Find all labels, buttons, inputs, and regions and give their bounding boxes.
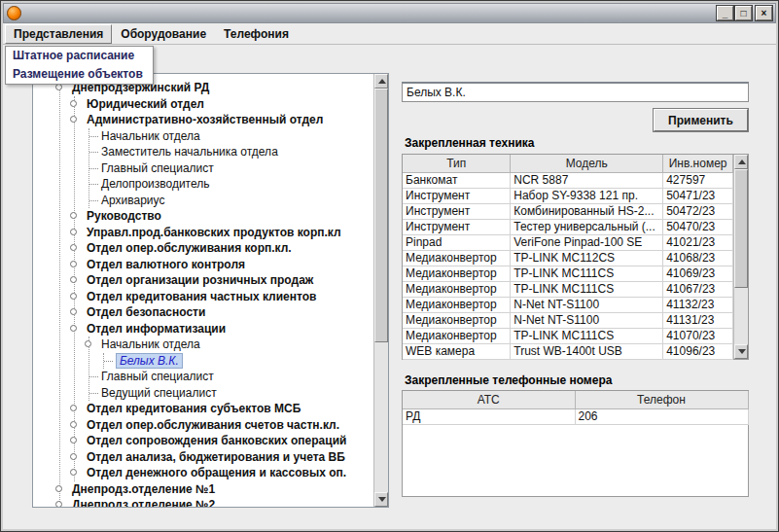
menu-item-object-placement[interactable]: Размещение объектов [6, 65, 153, 84]
table-row[interactable]: ИнструментКомбинированный HS-2...50472/2… [403, 203, 733, 219]
cell-invnum[interactable]: 41070/23 [663, 328, 733, 343]
menu-item-staffing[interactable]: Штатное расписание [6, 47, 153, 65]
cell-invnum[interactable]: 50472/23 [663, 203, 733, 219]
scroll-up-icon[interactable] [374, 74, 388, 89]
cell-phone[interactable]: 206 [575, 408, 748, 424]
tree-node[interactable]: Отдел опер.обслуживания корп.кл. [75, 240, 373, 257]
tree-node[interactable]: Отдел денежного обращения и кассовых оп. [75, 465, 373, 481]
tree-node[interactable]: Начальник отдела [89, 128, 373, 145]
table-row[interactable]: МедиаконверторTP-LINK MC111CS41070/23 [403, 328, 733, 343]
tech-scrollbar-track[interactable] [734, 169, 748, 344]
tree-scrollbar-track[interactable] [374, 89, 388, 492]
tree-expand-icon[interactable] [85, 340, 91, 347]
menu-telephony[interactable]: Телефония [215, 24, 298, 44]
scroll-up-icon[interactable] [734, 155, 748, 169]
table-row[interactable]: PinpadVeriFone Pinpad-100 SE41021/23 [403, 234, 733, 250]
tree-node[interactable]: Делопроизводитель [89, 176, 373, 193]
tree-node[interactable]: Главный специалист [89, 160, 373, 177]
tree-expand-icon[interactable] [70, 405, 77, 411]
tech-col-invnum[interactable]: Инв.номер [663, 155, 733, 172]
tree-node[interactable]: Отдел организации розничных продаж [75, 272, 373, 289]
menu-equipment[interactable]: Оборудование [112, 24, 215, 44]
tree-node[interactable]: Отдел анализа, бюджетирования и учета ВБ [75, 449, 373, 466]
table-row[interactable]: БанкоматNCR 5887427597 [403, 172, 733, 188]
table-row[interactable]: РД 206 [403, 408, 748, 424]
tree-node[interactable]: Отдел сопровождения банковских операций [75, 433, 373, 449]
menu-views[interactable]: Представления [5, 24, 112, 44]
cell-model[interactable]: VeriFone Pinpad-100 SE [511, 234, 663, 250]
cell-invnum[interactable]: 427597 [663, 172, 733, 188]
tree-node[interactable]: Днепродз.отделение №2 [60, 497, 373, 507]
tree-expand-icon[interactable] [70, 100, 77, 107]
cell-model[interactable]: NCR 5887 [511, 172, 663, 188]
tree-scrollbar-thumb[interactable] [374, 89, 388, 342]
cell-type[interactable]: Медиаконвертор [403, 328, 511, 343]
cell-model[interactable]: N-Net NT-S1100 [511, 297, 663, 312]
tree-node[interactable]: Ведущий специалист [89, 385, 373, 402]
table-row[interactable]: МедиаконверторN-Net NT-S110041132/23 [403, 297, 733, 312]
cell-invnum[interactable]: 41021/23 [663, 234, 733, 250]
tree-expand-icon[interactable] [70, 308, 77, 315]
tech-col-type[interactable]: Тип [403, 155, 511, 172]
cell-invnum[interactable]: 41069/23 [663, 266, 733, 281]
cell-ats[interactable]: РД [403, 408, 575, 424]
cell-type[interactable]: Инструмент [403, 203, 511, 219]
minimize-button[interactable]: _ [717, 6, 733, 20]
cell-type[interactable]: Медиаконвертор [403, 312, 511, 328]
cell-type[interactable]: Pinpad [403, 234, 511, 250]
cell-invnum[interactable]: 41068/23 [663, 250, 733, 266]
tree-expand-icon[interactable] [70, 293, 77, 300]
tree-node[interactable]: Главный специалист [89, 369, 373, 385]
cell-invnum[interactable]: 41096/23 [663, 343, 733, 359]
tree-node[interactable]: Заместитель начальника отдела [89, 144, 373, 160]
table-row[interactable]: ИнструментТестер универсальный (...50470… [403, 219, 733, 234]
tree-node[interactable]: Управл.прод.банковских продуктов корп.кл [75, 225, 373, 241]
tree-expand-icon[interactable] [70, 421, 77, 428]
cell-model[interactable]: Тестер универсальный (... [511, 219, 663, 234]
tree-node[interactable]: Начальник отдела [89, 337, 373, 353]
phone-col-ats[interactable]: АТС [403, 391, 575, 408]
tree-expand-icon[interactable] [70, 244, 77, 251]
title-bar[interactable]: _ □ × [3, 3, 776, 23]
tree-node[interactable]: Отдел опер.обслуживания счетов частн.кл. [75, 417, 373, 434]
tree-expand-icon[interactable] [70, 229, 77, 235]
tech-scrollbar-thumb[interactable] [734, 169, 748, 288]
scroll-down-icon[interactable] [374, 492, 388, 507]
cell-invnum[interactable]: 50471/23 [663, 188, 733, 203]
cell-invnum[interactable]: 41131/23 [663, 312, 733, 328]
tech-table-scrollbar[interactable] [733, 155, 748, 359]
cell-type[interactable]: Медиаконвертор [403, 250, 511, 266]
cell-model[interactable]: Комбинированный HS-2... [511, 203, 663, 219]
tree-node[interactable]: Отдел информатизации [75, 321, 373, 337]
tree-expand-icon[interactable] [70, 453, 77, 460]
tree-expand-icon[interactable] [55, 501, 62, 507]
cell-invnum[interactable]: 41132/23 [663, 297, 733, 312]
cell-type[interactable]: Медиаконвертор [403, 297, 511, 312]
tree-node[interactable]: Отдел кредитования субъектов МСБ [75, 401, 373, 417]
cell-model[interactable]: TP-LINK MC111CS [511, 328, 663, 343]
tree-expand-icon[interactable] [70, 116, 77, 123]
apply-button[interactable]: Применить [654, 109, 748, 131]
tech-col-model[interactable]: Модель [511, 155, 663, 172]
tree-node[interactable]: Днепродз.отделение №1 [60, 481, 373, 498]
tree-node[interactable]: Руководство [75, 208, 373, 225]
close-button[interactable]: × [756, 6, 772, 20]
table-row[interactable]: МедиаконверторTP-LINK MC111CS41069/23 [403, 266, 733, 281]
tree-scrollbar[interactable] [373, 74, 388, 507]
tree-node[interactable]: Отдел валютного контроля [75, 257, 373, 273]
tree-expand-icon[interactable] [55, 485, 62, 492]
tree-expand-icon[interactable] [70, 325, 77, 332]
cell-invnum[interactable]: 50470/23 [663, 219, 733, 234]
cell-model[interactable]: Набор SY-9338 121 пр. [511, 188, 663, 203]
tree-node[interactable]: Юридический отдел [75, 96, 373, 113]
tree-expand-icon[interactable] [70, 212, 77, 219]
phone-col-phone[interactable]: Телефон [575, 391, 748, 408]
tree-node[interactable]: Отдел безопасности [75, 304, 373, 321]
tree-expand-icon[interactable] [70, 261, 77, 267]
tree-expand-icon[interactable] [70, 469, 77, 476]
cell-invnum[interactable]: 41067/23 [663, 281, 733, 297]
cell-model[interactable]: TP-LINK MC111CS [511, 266, 663, 281]
table-row[interactable]: МедиаконверторTP-LINK MC112CS41068/23 [403, 250, 733, 266]
cell-type[interactable]: Медиаконвертор [403, 281, 511, 297]
tree-node[interactable]: Архивариус [89, 193, 373, 209]
